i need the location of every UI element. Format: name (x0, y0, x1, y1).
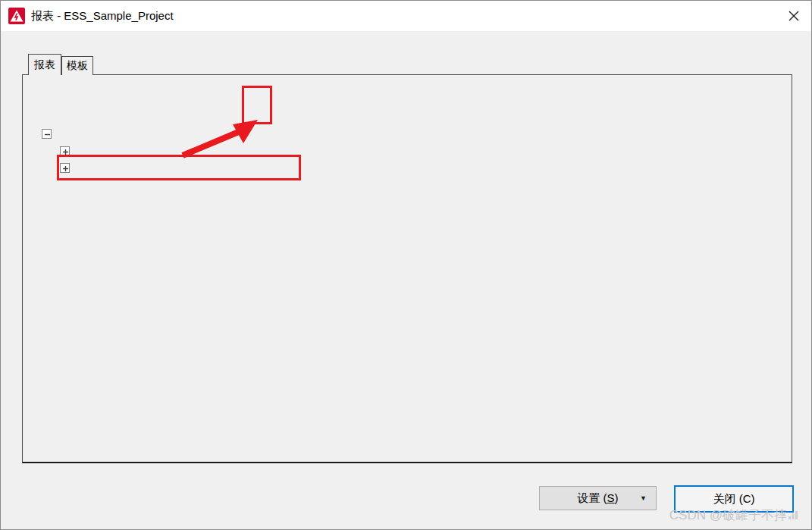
close-window-button[interactable] (784, 6, 804, 26)
report-dialog: 报表 - ESS_Sample_Project 报表 模板 (0, 0, 812, 530)
expand-icon[interactable] (60, 146, 70, 156)
tab-page (22, 74, 792, 463)
dropdown-caret-icon[interactable]: ▼ (640, 494, 647, 502)
watermark-text: CSDN @破罐子不摔 (669, 508, 787, 522)
close-button-label: 关闭 (C) (713, 492, 755, 506)
watermark: CSDN @破罐子不摔 (630, 506, 798, 524)
title-bar: 报表 - ESS_Sample_Project (1, 1, 811, 31)
window-title: 报表 - ESS_Sample_Project (31, 9, 174, 24)
settings-button-label: 设置 (S) (577, 491, 618, 506)
watermark-stairs-icon (788, 510, 798, 519)
app-logo-icon (8, 8, 25, 24)
tab-report[interactable]: 报表 (28, 54, 61, 75)
tab-template[interactable]: 模板 (61, 56, 93, 75)
collapse-icon[interactable] (42, 129, 52, 139)
close-icon (788, 10, 800, 22)
expand-icon[interactable] (60, 163, 70, 173)
